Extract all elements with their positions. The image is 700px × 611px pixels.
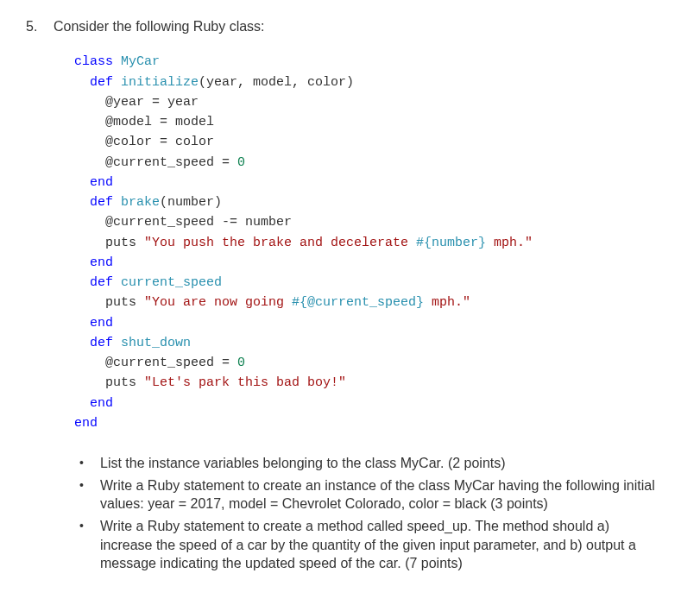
bullet-marker-icon: • (79, 476, 100, 513)
code-line: @color = color (74, 132, 674, 152)
bullets-list: •List the instance variables belonging t… (79, 454, 657, 573)
code-token: brake (121, 195, 160, 210)
code-token: def (90, 75, 121, 90)
bullet-item: •Write a Ruby statement to create a meth… (79, 517, 657, 573)
code-token: #{@current_speed} (292, 295, 424, 310)
code-token: end (74, 416, 98, 431)
code-line: def brake(number) (74, 192, 674, 212)
code-token: #{number} (416, 236, 486, 250)
code-line: class MyCar (74, 52, 674, 72)
code-token: def (90, 336, 121, 350)
code-token: puts (105, 375, 144, 390)
code-token: @model = model (105, 115, 214, 129)
code-token: mph." (486, 236, 533, 250)
code-token: @color = color (105, 135, 214, 149)
bullet-marker-icon: • (79, 454, 100, 473)
code-token: shut_down (121, 336, 191, 350)
code-line: end (74, 394, 674, 413)
code-token: class (74, 54, 121, 69)
code-line: def initialize(year, model, color) (74, 72, 674, 92)
code-line: def current_speed (74, 273, 674, 293)
code-token: @current_speed = (105, 155, 237, 170)
code-token: MyCar (121, 54, 160, 69)
question-row: 5. Consider the following Ruby class: (26, 17, 674, 36)
code-token: puts (105, 236, 144, 250)
bullet-item: •Write a Ruby statement to create an ins… (79, 476, 657, 513)
code-token: end (90, 255, 113, 270)
bullet-text: Write a Ruby statement to create an inst… (100, 476, 657, 513)
code-token: (year, model, color) (199, 75, 354, 90)
bullet-text: Write a Ruby statement to create a metho… (100, 517, 657, 573)
code-line: puts "You push the brake and decelerate … (74, 233, 674, 253)
code-token: end (90, 316, 113, 331)
code-line: @current_speed = 0 (74, 353, 674, 373)
code-line: puts "Let's park this bad boy!" (74, 373, 674, 393)
code-line: end (74, 413, 674, 433)
code-token: (number) (160, 195, 222, 210)
code-token: puts (105, 295, 144, 310)
code-line: @year = year (74, 92, 674, 112)
bullet-text: List the instance variables belonging to… (100, 454, 657, 473)
code-token: end (90, 396, 113, 411)
question-number: 5. (26, 17, 54, 36)
code-line: end (74, 313, 674, 333)
code-line: def shut_down (74, 333, 674, 353)
code-token: end (90, 175, 113, 190)
bullet-item: •List the instance variables belonging t… (79, 454, 657, 473)
code-token: @current_speed = (105, 356, 237, 370)
code-token: 0 (237, 356, 245, 370)
code-token: "You push the brake and decelerate (144, 236, 416, 250)
question-prompt: Consider the following Ruby class: (54, 17, 674, 36)
code-token: "You are now going (144, 295, 292, 310)
code-line: @model = model (74, 112, 674, 132)
bullet-marker-icon: • (79, 517, 100, 573)
code-line: end (74, 253, 674, 273)
code-token: 0 (237, 155, 245, 170)
code-token: @year = year (105, 95, 199, 110)
code-block: class MyCar def initialize(year, model, … (74, 52, 674, 433)
code-line: @current_speed = 0 (74, 153, 674, 173)
code-token: @current_speed -= number (105, 215, 292, 230)
code-token: initialize (121, 75, 199, 90)
code-token: "Let's park this bad boy!" (144, 375, 346, 390)
code-token: mph." (424, 295, 470, 310)
code-token: def (90, 275, 121, 290)
code-line: @current_speed -= number (74, 212, 674, 232)
code-line: puts "You are now going #{@current_speed… (74, 293, 674, 312)
code-token: def (90, 195, 121, 210)
code-line: end (74, 173, 674, 192)
code-token: current_speed (121, 275, 222, 290)
